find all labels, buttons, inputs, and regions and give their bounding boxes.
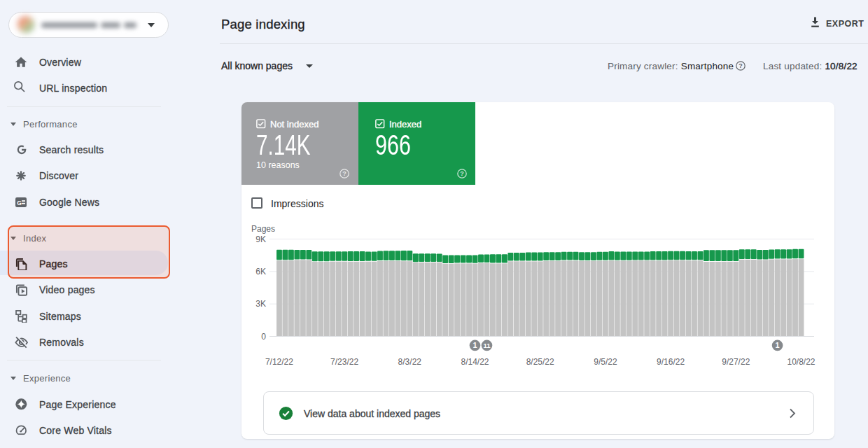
svg-text:0: 0 [261,332,266,342]
svg-text:7/12/22: 7/12/22 [265,357,293,367]
svg-text:8/3/22: 8/3/22 [398,357,422,367]
svg-text:6K: 6K [255,267,266,276]
svg-text:8/25/22: 8/25/22 [526,357,554,367]
svg-text:9/16/22: 9/16/22 [657,357,685,367]
svg-text:9/27/22: 9/27/22 [722,357,750,367]
svg-text:G: G [17,199,22,206]
svg-text:3K: 3K [255,299,266,309]
svg-text:9K: 9K [255,234,266,244]
svg-text:?: ? [460,170,464,177]
svg-text:11: 11 [483,342,491,349]
svg-text:1: 1 [776,341,780,349]
svg-text:8/14/22: 8/14/22 [461,357,489,367]
svg-text:10/8/22: 10/8/22 [787,357,815,367]
svg-text:7/23/22: 7/23/22 [330,357,358,367]
svg-text:?: ? [342,170,346,177]
svg-text:Pages: Pages [251,224,275,234]
svg-text:9/5/22: 9/5/22 [594,357,617,367]
svg-text:1: 1 [472,341,477,349]
svg-text:?: ? [738,62,743,69]
